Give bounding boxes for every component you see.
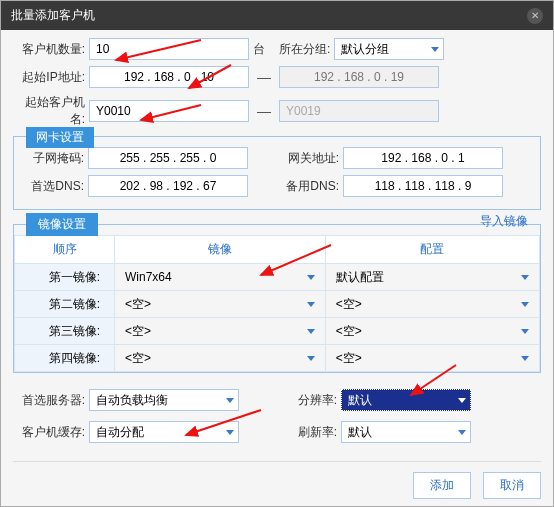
client-cache-label: 客户机缓存:	[13, 424, 85, 441]
row-image-cell[interactable]: <空>	[115, 345, 326, 372]
row-config-value: <空>	[336, 350, 362, 367]
window-title: 批量添加客户机	[11, 7, 95, 24]
row-config-cell[interactable]: 默认配置	[325, 264, 539, 291]
chevron-down-icon	[521, 356, 529, 361]
th-config: 配置	[325, 236, 539, 264]
row-config-value: <空>	[336, 296, 362, 313]
nic-fieldset: 网卡设置 子网掩码: 网关地址: 首选DNS: 备用DNS:	[13, 136, 541, 210]
chevron-down-icon	[521, 275, 529, 280]
th-image: 镜像	[115, 236, 326, 264]
chevron-down-icon	[307, 275, 315, 280]
image-title: 镜像设置	[26, 213, 98, 236]
pref-server-select[interactable]: 自动负载均衡	[89, 389, 239, 411]
group-select[interactable]: 默认分组	[334, 38, 444, 60]
range-separator: —	[257, 69, 271, 85]
pref-server-value: 自动负载均衡	[96, 392, 168, 409]
row-name: 第三镜像:	[15, 318, 115, 345]
close-icon[interactable]: ✕	[527, 8, 543, 24]
import-link[interactable]: 导入镜像	[480, 213, 528, 230]
chevron-down-icon	[521, 329, 529, 334]
chevron-down-icon	[226, 398, 234, 403]
row-name: 第二镜像:	[15, 291, 115, 318]
pref-server-label: 首选服务器:	[13, 392, 85, 409]
end-ip-display	[279, 66, 439, 88]
dns2-input[interactable]	[343, 175, 503, 197]
gateway-label: 网关地址:	[277, 150, 339, 167]
gateway-input[interactable]	[343, 147, 503, 169]
start-ip-label: 起始IP地址:	[13, 69, 85, 86]
range-separator: —	[257, 103, 271, 119]
chevron-down-icon	[307, 302, 315, 307]
row-config-cell[interactable]: <空>	[325, 318, 539, 345]
row-name: 第一镜像:	[15, 264, 115, 291]
chevron-down-icon	[521, 302, 529, 307]
row-image-value: <空>	[125, 296, 151, 313]
table-row: 第二镜像:<空><空>	[15, 291, 540, 318]
row-image-cell[interactable]: Win7x64	[115, 264, 326, 291]
refresh-rate-value: 默认	[348, 424, 372, 441]
table-row: 第一镜像:Win7x64默认配置	[15, 264, 540, 291]
image-table: 顺序 镜像 配置 第一镜像:Win7x64默认配置第二镜像:<空><空>第三镜像…	[14, 235, 540, 372]
row-config-cell[interactable]: <空>	[325, 291, 539, 318]
cancel-button[interactable]: 取消	[483, 472, 541, 499]
chevron-down-icon	[431, 47, 439, 52]
start-name-input[interactable]	[89, 100, 249, 122]
chevron-down-icon	[307, 356, 315, 361]
chevron-down-icon	[458, 398, 466, 403]
resolution-select[interactable]: 默认	[341, 389, 471, 411]
row-image-value: <空>	[125, 350, 151, 367]
client-count-label: 客户机数量:	[13, 41, 85, 58]
row-image-value: Win7x64	[125, 270, 172, 284]
client-count-unit: 台	[253, 41, 265, 58]
row-config-cell[interactable]: <空>	[325, 345, 539, 372]
row-config-value: 默认配置	[336, 269, 384, 286]
client-cache-select[interactable]: 自动分配	[89, 421, 239, 443]
chevron-down-icon	[458, 430, 466, 435]
refresh-rate-select[interactable]: 默认	[341, 421, 471, 443]
group-select-value: 默认分组	[341, 41, 389, 58]
start-name-label: 起始客户机名:	[13, 94, 85, 128]
row-config-value: <空>	[336, 323, 362, 340]
subnet-label: 子网掩码:	[22, 150, 84, 167]
table-row: 第四镜像:<空><空>	[15, 345, 540, 372]
chevron-down-icon	[226, 430, 234, 435]
dns2-label: 备用DNS:	[277, 178, 339, 195]
end-name-display	[279, 100, 439, 122]
nic-title: 网卡设置	[26, 127, 94, 148]
add-button[interactable]: 添加	[413, 472, 471, 499]
client-count-input[interactable]	[89, 38, 249, 60]
row-image-value: <空>	[125, 323, 151, 340]
dns1-input[interactable]	[88, 175, 248, 197]
refresh-rate-label: 刷新率:	[277, 424, 337, 441]
group-label: 所在分组:	[279, 41, 330, 58]
th-order: 顺序	[15, 236, 115, 264]
row-image-cell[interactable]: <空>	[115, 318, 326, 345]
dns1-label: 首选DNS:	[22, 178, 84, 195]
start-ip-input[interactable]	[89, 66, 249, 88]
chevron-down-icon	[307, 329, 315, 334]
table-row: 第三镜像:<空><空>	[15, 318, 540, 345]
resolution-label: 分辨率:	[277, 392, 337, 409]
subnet-input[interactable]	[88, 147, 248, 169]
resolution-value: 默认	[348, 392, 372, 409]
image-fieldset: 镜像设置 导入镜像 顺序 镜像 配置 第一镜像:Win7x64默认配置第二镜像:…	[13, 224, 541, 373]
row-image-cell[interactable]: <空>	[115, 291, 326, 318]
row-name: 第四镜像:	[15, 345, 115, 372]
client-cache-value: 自动分配	[96, 424, 144, 441]
